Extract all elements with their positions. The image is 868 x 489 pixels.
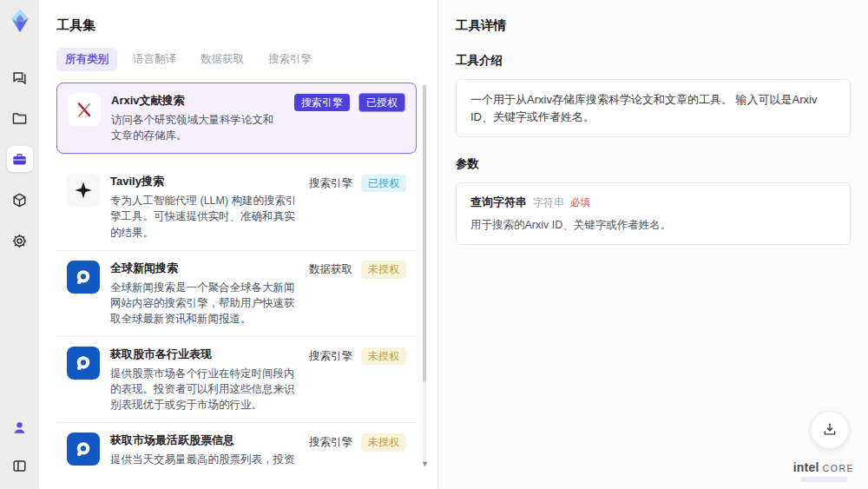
tool-description: 提供当天交易量最高的股票列表，投资者可以利用这些信息来识别流动性强的股票和潜在的… [110, 452, 299, 469]
collapse-panel-icon [11, 458, 28, 474]
param-description: 用于搜索的Arxiv ID、关键字或作者姓名。 [470, 218, 836, 233]
folder-icon [11, 110, 28, 127]
tool-list-item[interactable]: Tavily搜索 专为人工智能代理 (LLM) 构建的搜索引擎工具。可快速提供实… [56, 164, 417, 250]
page-title: 工具集 [56, 17, 417, 34]
tool-text: 全球新闻搜索 全球新闻搜索是一个聚合全球各大新闻网站内容的搜索引擎，帮助用户快速… [110, 261, 299, 327]
tool-text: Tavily搜索 专为人工智能代理 (LLM) 构建的搜索引擎工具。可快速提供实… [110, 174, 299, 240]
tool-category-badge: 搜索引擎 [309, 176, 352, 191]
sidebar-item-packages[interactable] [7, 187, 33, 213]
download-button[interactable] [811, 411, 849, 449]
tool-name: 获取市场最活跃股票信息 [110, 433, 299, 448]
tool-status-badge: 未授权 [361, 433, 406, 451]
params-heading: 参数 [456, 156, 851, 172]
scrollbar-thumb[interactable] [423, 85, 426, 382]
intel-core-logo: intel CORE [793, 460, 854, 482]
category-tab[interactable]: 语言翻译 [124, 48, 185, 71]
app-logo-icon [8, 9, 32, 33]
tool-name: 全球新闻搜索 [110, 261, 299, 276]
tool-list: Arxiv文献搜索 访问各个研究领域大量科学论文和文章的存储库。 搜索引擎 已授… [56, 83, 417, 469]
tool-category-badge: 搜索引擎 [309, 349, 352, 364]
tool-icon [67, 261, 100, 294]
sidebar [0, 0, 39, 489]
sidebar-item-chat[interactable] [7, 64, 33, 90]
tool-list-item[interactable]: Arxiv文献搜索 访问各个研究领域大量科学论文和文章的存储库。 搜索引擎 已授… [56, 83, 417, 154]
tool-name: Tavily搜索 [110, 174, 299, 189]
sidebar-bottom [7, 414, 33, 479]
tool-list-item[interactable]: 获取市场最活跃股票信息 提供当天交易量最高的股票列表，投资者可以利用这些信息来识… [56, 423, 417, 469]
tool-badges: 搜索引擎 未授权 [309, 347, 406, 366]
details-title: 工具详情 [456, 17, 851, 34]
sidebar-item-settings[interactable] [7, 228, 33, 254]
brand-name: intel [793, 460, 819, 474]
user-icon [11, 420, 28, 436]
tool-list-item[interactable]: 获取股市各行业表现 提供股票市场各个行业在特定时间段内的表现。投资者可以利用这些… [56, 337, 417, 423]
tool-details-panel: 工具详情 工具介绍 一个用于从Arxiv存储库搜索科学论文和文章的工具。 输入可… [438, 0, 868, 489]
chat-icon [11, 69, 28, 86]
download-icon [822, 422, 838, 438]
briefcase-icon [11, 151, 28, 168]
tool-text: Arxiv文献搜索 访问各个研究领域大量科学论文和文章的存储库。 [111, 93, 284, 143]
tool-description: 专为人工智能代理 (LLM) 构建的搜索引擎工具。可快速提供实时、准确和真实的结… [110, 193, 299, 240]
tool-status-badge: 未授权 [361, 347, 406, 365]
tool-list-panel: 工具集 所有类别语言翻译数据获取搜索引擎 [39, 0, 438, 489]
intro-heading: 工具介绍 [456, 53, 851, 69]
param-type: 字符串 [533, 195, 564, 210]
sidebar-item-account[interactable] [7, 414, 33, 440]
tool-text: 获取股市各行业表现 提供股票市场各个行业在特定时间段内的表现。投资者可以利用这些… [110, 347, 299, 413]
tool-category-badge: 搜索引擎 [294, 94, 350, 111]
param-name: 查询字符串 [470, 195, 527, 210]
tool-category-badge: 搜索引擎 [309, 435, 352, 450]
tool-status-badge: 已授权 [358, 93, 405, 112]
tool-description: 提供股票市场各个行业在特定时间段内的表现。投资者可以利用这些信息来识别表现优于或… [110, 366, 299, 413]
intro-box: 一个用于从Arxiv存储库搜索科学论文和文章的工具。 输入可以是Arxiv ID… [456, 79, 851, 137]
tool-text: 获取市场最活跃股票信息 提供当天交易量最高的股票列表，投资者可以利用这些信息来识… [110, 433, 299, 469]
tool-badges: 搜索引擎 未授权 [309, 433, 406, 452]
tool-status-badge: 未授权 [361, 261, 406, 278]
gear-icon [11, 233, 28, 249]
tool-icon [67, 433, 100, 466]
cube-icon [11, 192, 28, 208]
tool-icon [67, 347, 100, 380]
tool-list-item[interactable]: 全球新闻搜索 全球新闻搜索是一个聚合全球各大新闻网站内容的搜索引擎，帮助用户快速… [56, 251, 417, 337]
tool-badges: 搜索引擎 已授权 [294, 93, 405, 112]
category-tab[interactable]: 所有类别 [56, 48, 117, 71]
tool-category-badge: 数据获取 [309, 262, 352, 277]
tool-status-badge: 已授权 [361, 175, 406, 192]
tool-badges: 搜索引擎 已授权 [309, 174, 406, 193]
category-tab[interactable]: 搜索引擎 [260, 48, 320, 71]
tool-icon [67, 174, 100, 207]
intro-text: 一个用于从Arxiv存储库搜索科学论文和文章的工具。 输入可以是Arxiv ID… [470, 91, 836, 125]
param-required-badge: 必填 [570, 196, 590, 209]
app-window: 工具集 所有类别语言翻译数据获取搜索引擎 [0, 0, 868, 489]
tool-name: Arxiv文献搜索 [111, 93, 284, 109]
sidebar-item-files[interactable] [7, 105, 33, 131]
scroll-down-icon[interactable]: ▼ [421, 460, 429, 468]
tool-badges: 数据获取 未授权 [309, 261, 406, 280]
category-tab[interactable]: 数据获取 [192, 48, 253, 71]
sidebar-nav [7, 64, 33, 254]
tool-description: 访问各个研究领域大量科学论文和文章的存储库。 [111, 112, 284, 143]
sidebar-item-tools[interactable] [7, 146, 33, 172]
tool-icon [68, 93, 101, 126]
tool-description: 全球新闻搜索是一个聚合全球各大新闻网站内容的搜索引擎，帮助用户快速获取全球最新资… [110, 280, 299, 327]
sidebar-item-collapse[interactable] [7, 453, 33, 479]
category-tabs: 所有类别语言翻译数据获取搜索引擎 [56, 48, 417, 71]
brand-sub: CORE [823, 463, 854, 473]
param-box: 查询字符串 字符串 必填 用于搜索的Arxiv ID、关键字或作者姓名。 [456, 182, 851, 245]
list-scrollbar[interactable] [423, 83, 426, 465]
tool-name: 获取股市各行业表现 [110, 347, 299, 362]
